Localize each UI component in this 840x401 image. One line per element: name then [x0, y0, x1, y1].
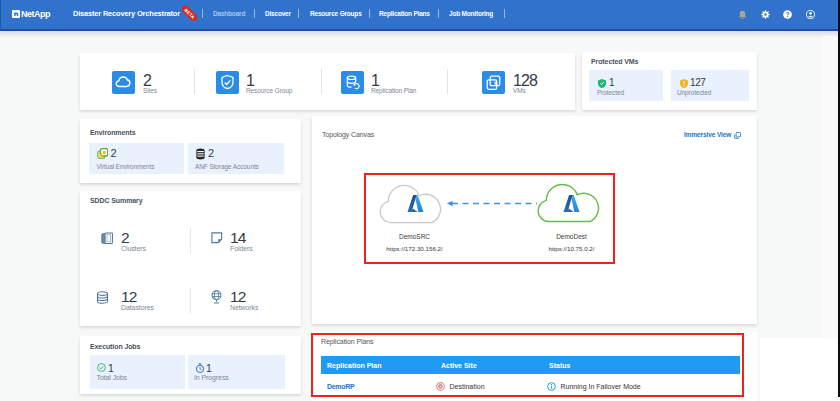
svg-text:?: ? [786, 11, 790, 18]
